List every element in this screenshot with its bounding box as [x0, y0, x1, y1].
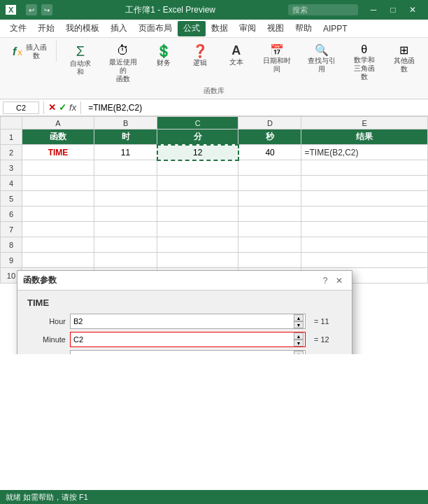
- lookup-button[interactable]: 🔍 查找与引用: [304, 42, 340, 75]
- table-row: 1 函数 时 分 秒 结果: [1, 130, 428, 145]
- arg-spinner-down-minute[interactable]: ▼: [294, 340, 304, 346]
- logic-button[interactable]: ❓ 逻辑: [186, 42, 214, 69]
- finance-button[interactable]: 💲 财务: [150, 42, 178, 69]
- menu-review[interactable]: 审阅: [234, 21, 262, 36]
- col-header-a[interactable]: A: [22, 117, 94, 130]
- title-bar: X ↩ ↪ 工作簿1 - Excel Preview ─ □ ✕: [0, 0, 428, 20]
- function-arguments-dialog: 函数参数 ? ✕ TIME Hour ▲ ▼ = 11: [17, 270, 352, 354]
- arg-row-minute: Minute ▲ ▼ = 12: [27, 332, 342, 347]
- arg-spinner-up-minute[interactable]: ▲: [294, 332, 304, 340]
- menu-bar: 文件 开始 我的模板 插入 页面布局 公式 数据 审阅 视图 帮助 AIPPT: [0, 20, 428, 38]
- row-header-5: 5: [1, 191, 22, 206]
- row-header-4: 4: [1, 176, 22, 191]
- window-controls: ─ □ ✕: [364, 0, 422, 20]
- cell-a2[interactable]: TIME: [22, 145, 94, 160]
- cell-d2[interactable]: 40: [238, 145, 301, 160]
- table-row: 9: [1, 253, 428, 268]
- col-header-row: [1, 117, 22, 130]
- menu-home[interactable]: 开始: [32, 21, 60, 36]
- menu-templates[interactable]: 我的模板: [60, 21, 105, 36]
- formula-input[interactable]: [85, 103, 425, 113]
- cell-e2[interactable]: =TIME(B2,C2): [301, 145, 428, 160]
- col-header-b[interactable]: B: [94, 117, 157, 130]
- cell-b1[interactable]: 时: [94, 130, 157, 145]
- dialog-close-button[interactable]: ✕: [332, 274, 346, 288]
- cell-reference-input[interactable]: [3, 102, 39, 114]
- spreadsheet-table: A B C D E 1 函数 时 分 秒 结果 2 TIME 11 12: [0, 116, 428, 284]
- cell-e1[interactable]: 结果: [301, 130, 428, 145]
- fx-divider: [43, 102, 44, 114]
- title-bar-controls: ↩ ↪: [26, 4, 52, 15]
- minimize-button[interactable]: ─: [364, 0, 383, 20]
- insert-function-button[interactable]: fx 插入函数: [10, 42, 52, 62]
- arg-input-hour[interactable]: ▲ ▼: [70, 314, 306, 329]
- menu-help[interactable]: 帮助: [290, 21, 318, 36]
- row-header-1: 1: [1, 130, 22, 145]
- table-row: 7: [1, 222, 428, 237]
- menu-data[interactable]: 数据: [206, 21, 234, 36]
- menu-view[interactable]: 视图: [262, 21, 290, 36]
- ribbon-row: fx 插入函数 Σ 自动求和 ⏱ 最近使用的函数 💲 财务: [6, 41, 422, 85]
- status-bar: 就绪 如需帮助，请按 F1: [0, 490, 428, 504]
- arg-spinner-second[interactable]: ▲ ▼: [294, 351, 304, 354]
- cell-b2[interactable]: 11: [94, 145, 157, 160]
- menu-aippt[interactable]: AIPPT: [318, 21, 353, 36]
- dialog-help-button[interactable]: ?: [318, 274, 332, 288]
- row-header-2: 2: [1, 145, 22, 160]
- undo-button[interactable]: ↩: [26, 4, 37, 15]
- arg-spinner-up-hour[interactable]: ▲: [294, 314, 304, 321]
- confirm-formula-button[interactable]: ✓: [59, 102, 66, 113]
- function-name-label: TIME: [27, 298, 342, 308]
- arg-input-second-field[interactable]: [72, 354, 294, 354]
- arg-row-hour: Hour ▲ ▼ = 11: [27, 314, 342, 329]
- sheet-area: A B C D E 1 函数 时 分 秒 结果 2 TIME 11 12: [0, 116, 428, 354]
- arg-spinner-hour[interactable]: ▲ ▼: [294, 314, 304, 328]
- menu-formula[interactable]: 公式: [178, 21, 206, 36]
- redo-button[interactable]: ↪: [41, 4, 52, 15]
- app-logo: X: [6, 5, 16, 15]
- cell-d1[interactable]: 秒: [238, 130, 301, 145]
- menu-layout[interactable]: 页面布局: [133, 21, 178, 36]
- arg-input-minute[interactable]: ▲ ▼: [70, 332, 306, 347]
- search-input[interactable]: [288, 4, 358, 15]
- arg-value-minute: = 12: [314, 335, 342, 344]
- row-header-7: 7: [1, 222, 22, 237]
- cell-c1[interactable]: 分: [157, 130, 238, 145]
- arg-input-second[interactable]: ▲ ▼: [70, 350, 306, 354]
- table-row: 5: [1, 191, 428, 206]
- math-button[interactable]: θ 数学和三角函数: [348, 42, 380, 83]
- arg-spinner-down-hour[interactable]: ▼: [294, 321, 304, 328]
- more-functions-button[interactable]: ⊞ 其他函数: [388, 42, 420, 75]
- arg-label-minute: Minute: [27, 335, 66, 344]
- arg-input-minute-field[interactable]: [72, 335, 294, 344]
- dialog-titlebar: 函数参数 ? ✕: [17, 271, 352, 290]
- cell-a1[interactable]: 函数: [22, 130, 94, 145]
- arg-label-second: Second: [27, 354, 66, 354]
- table-row: 4: [1, 176, 428, 191]
- table-row: 3: [1, 160, 428, 176]
- col-header-c[interactable]: C: [157, 117, 238, 130]
- recently-used-button[interactable]: ⏱ 最近使用的函数: [104, 42, 141, 85]
- autosum-button[interactable]: Σ 自动求和: [65, 42, 97, 78]
- datetime-button[interactable]: 📅 日期和时间: [259, 42, 295, 75]
- col-header-d[interactable]: D: [238, 117, 301, 130]
- dialog-body: TIME Hour ▲ ▼ = 11 Minute: [17, 290, 352, 354]
- maximize-button[interactable]: □: [383, 0, 403, 20]
- arg-value-second: = 数值: [314, 353, 342, 355]
- menu-insert[interactable]: 插入: [105, 21, 133, 36]
- col-header-e[interactable]: E: [301, 117, 428, 130]
- arg-spinner-minute[interactable]: ▲ ▼: [294, 332, 304, 346]
- cell-c2[interactable]: 12: [157, 145, 238, 160]
- menu-file[interactable]: 文件: [4, 21, 32, 36]
- text-button[interactable]: A 文本: [222, 42, 250, 68]
- fx-icon[interactable]: fx: [69, 102, 76, 113]
- dialog-arguments: Hour ▲ ▼ = 11 Minute: [27, 314, 342, 354]
- formula-bar: ✕ ✓ fx: [0, 99, 428, 116]
- table-row: 8: [1, 237, 428, 253]
- cancel-formula-button[interactable]: ✕: [48, 102, 56, 113]
- arg-input-hour-field[interactable]: [72, 317, 294, 326]
- row-header-6: 6: [1, 206, 22, 222]
- table-row: 2 TIME 11 12 40 =TIME(B2,C2): [1, 145, 428, 160]
- close-button[interactable]: ✕: [403, 0, 422, 20]
- arg-spinner-up-second[interactable]: ▲: [294, 351, 304, 354]
